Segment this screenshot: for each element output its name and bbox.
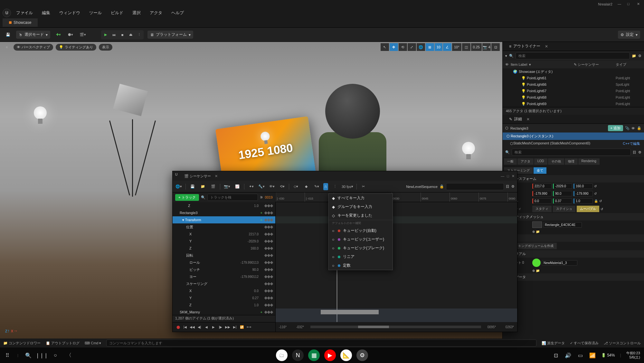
scale-tool-icon[interactable]: ⤢ — [408, 43, 416, 51]
fps-dropdown[interactable]: 30 fps ▾ — [342, 183, 353, 190]
filter-icon[interactable]: 目 — [506, 184, 509, 189]
menu-select[interactable]: 選択 — [128, 9, 145, 17]
range-scrollbar[interactable] — [310, 326, 481, 328]
viewport-menu-icon[interactable]: ≡ — [3, 43, 11, 51]
curve-editor-icon[interactable]: 📈 — [234, 183, 241, 190]
snapping-icon[interactable]: ⎍ — [323, 183, 328, 190]
tree-row[interactable]: 💡 PointLight68PointLight — [503, 94, 644, 101]
step-back-button[interactable]: ◀◀ — [189, 324, 195, 330]
content-drawer-button[interactable]: 📁 コンテンツドロワー — [3, 341, 41, 346]
track-row[interactable]: ▾ Transform+ — [173, 216, 275, 223]
transform-section[interactable]: ▾ トランスフォーム — [503, 175, 644, 182]
filter-tab[interactable]: LOD — [534, 158, 547, 165]
timeline-row[interactable] — [276, 202, 517, 209]
track-row[interactable]: 位置 — [173, 223, 275, 231]
track-row[interactable]: Y-2029.0 — [173, 238, 275, 245]
tree-row[interactable]: 💡 PointLight66SpotLight — [503, 81, 644, 88]
menu-file[interactable]: ファイル — [12, 9, 37, 17]
location-x[interactable]: 2217.0 — [532, 183, 552, 189]
material-field[interactable]: NewMaterial1_3 — [542, 260, 577, 266]
timeline-row[interactable] — [276, 238, 517, 245]
close-icon[interactable]: ✕ — [512, 174, 515, 178]
menu-item[interactable]: ◇キーを変更しました — [329, 211, 393, 220]
menu-help[interactable]: ヘルプ — [167, 9, 188, 17]
playback-icon[interactable]: ⟲▾ — [279, 183, 286, 190]
col-item-label[interactable]: 👁 Item Label ▾ — [505, 63, 574, 67]
tree-row[interactable]: 💡 PointLight61PointLight — [503, 75, 644, 81]
menu-item[interactable]: ◆グループをキー入力 — [329, 202, 393, 211]
notion-app-icon[interactable]: N — [292, 349, 304, 361]
component-static-mesh[interactable]: ⬡ StaticMeshComponent (StaticMeshCompone… — [503, 140, 644, 147]
add-track-button[interactable]: + トラック — [175, 194, 199, 201]
outliner-tree[interactable]: 🌍 Showcase (エディタ) 💡 PointLight61PointLig… — [503, 68, 644, 107]
wrench-icon[interactable]: 🔧▾ — [258, 183, 265, 190]
select-mode-dropdown[interactable]: 🖱選択モード▾ — [16, 31, 50, 39]
scale-snap-icon[interactable]: ◫ — [462, 43, 470, 51]
autokey-icon[interactable]: ◆ — [303, 183, 310, 190]
reset-icon[interactable]: ↺ — [599, 199, 602, 203]
files-app-icon[interactable]: 🗂 — [276, 349, 288, 361]
add-key-icon[interactable]: + — [260, 211, 262, 215]
record-button[interactable]: ⬤ — [175, 324, 181, 330]
back-icon[interactable]: 〈 — [65, 352, 72, 359]
mesh-thumbnail[interactable] — [532, 221, 542, 228]
timeline-row[interactable] — [276, 280, 517, 287]
minimize-icon[interactable]: — — [501, 174, 504, 178]
rotation-y[interactable]: 90.0 — [553, 191, 572, 196]
browse-icon[interactable]: 📎 — [625, 126, 630, 130]
maximize-icon[interactable]: □ — [507, 174, 509, 178]
range-button[interactable]: ⟷ — [246, 324, 252, 330]
camera-speed-icon[interactable]: 📷 4 — [482, 43, 491, 51]
save-icon[interactable]: 💾 — [4, 31, 12, 39]
lock-icon[interactable]: 🔒 — [440, 184, 444, 189]
close-tab-icon[interactable]: ✕ — [215, 174, 218, 178]
output-log-button[interactable]: 📋 アウトプットログ — [46, 341, 80, 346]
step-fwd-button[interactable]: ▶▶ — [225, 324, 231, 330]
timeline-row[interactable] — [276, 252, 517, 259]
actions-icon[interactable]: ✦▾ — [248, 183, 255, 190]
prev-key-button[interactable]: ◀| — [196, 324, 202, 330]
play-button[interactable]: ▶ — [102, 31, 109, 39]
reset-icon[interactable]: ↺ — [601, 207, 603, 211]
menu-item[interactable]: ◆すべてキー入力 — [329, 194, 393, 202]
scale-y[interactable]: 0.37 — [553, 198, 572, 204]
menu-item[interactable]: ○キュービック(ブレーク) — [329, 244, 393, 252]
static-mesh-section[interactable]: ▾ スタティックメッシュ — [503, 213, 644, 221]
platform-dropdown[interactable]: 🖥プラットフォーム▾ — [147, 31, 193, 39]
close-tab-icon[interactable]: ✕ — [526, 117, 530, 122]
settings-dropdown[interactable]: ⚙設定▾ — [618, 31, 640, 39]
menu-item[interactable]: ○定数 — [329, 261, 393, 270]
filter-tab[interactable]: アクタ — [517, 158, 534, 165]
rotate-tool-icon[interactable]: ⟲ — [399, 43, 407, 51]
timeline-row[interactable] — [276, 266, 517, 273]
mobility-movable[interactable]: ムーバブル — [577, 206, 599, 212]
derived-data-button[interactable]: 📊 派生データ — [542, 341, 565, 346]
track-row[interactable]: Y0.27 — [173, 294, 275, 301]
menu-item[interactable]: ○キュービック(ユーザー) — [329, 235, 393, 244]
scale-snap-value[interactable]: 0.25 — [471, 43, 482, 51]
key-mode-icon[interactable]: ✎▾ — [313, 183, 320, 190]
view-icon[interactable]: 👁▾ — [268, 183, 275, 190]
current-frame[interactable]: 0019 — [265, 195, 273, 199]
minimize-icon[interactable]: — — [618, 2, 622, 6]
timeline-row[interactable] — [276, 245, 517, 252]
material-thumbnail[interactable] — [532, 259, 541, 267]
add-key-icon[interactable]: + — [260, 310, 262, 314]
folder-icon[interactable]: 📁 — [632, 54, 636, 58]
details-search-input[interactable] — [512, 149, 631, 156]
clock[interactable]: 午前0:23 5/6(土) — [626, 351, 640, 359]
volume-icon[interactable]: 🔊 — [564, 352, 572, 359]
track-row[interactable]: Z160.0 — [173, 245, 275, 252]
filter-tab[interactable]: Rendering — [578, 158, 600, 165]
menu-build[interactable]: ビルド — [107, 9, 127, 17]
sequencer-search[interactable] — [446, 183, 504, 190]
track-row[interactable]: ヨー-179.990112 — [173, 273, 275, 280]
menu-window[interactable]: ウィンドウ — [55, 9, 84, 17]
reset-icon[interactable]: ↺ — [594, 192, 597, 195]
overview-icon[interactable]: ❘❘❘ — [38, 352, 45, 359]
mesh-asset-field[interactable]: Rectangle_E4C9C4E — [543, 222, 582, 228]
add-key-icon[interactable]: + — [260, 218, 262, 222]
lock-icon[interactable]: 🔒 — [637, 126, 641, 130]
timeline-row[interactable] — [276, 273, 517, 280]
filter-tab[interactable]: 物理 — [565, 158, 578, 165]
